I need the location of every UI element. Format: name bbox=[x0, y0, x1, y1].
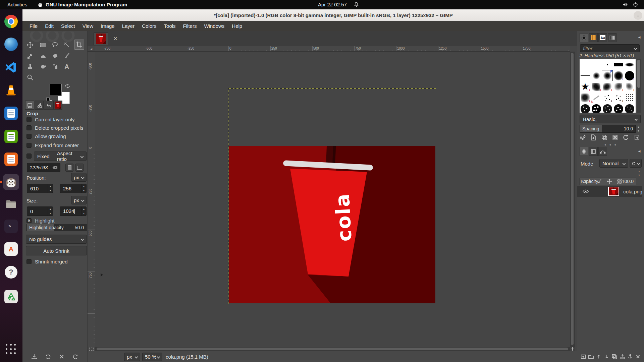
fixed-mode-dropdown[interactable]: Fixed Aspect ratio bbox=[34, 152, 87, 161]
dock-app-vscode[interactable] bbox=[3, 59, 19, 75]
duplicate-brush-icon[interactable] bbox=[601, 134, 608, 141]
power-icon[interactable] bbox=[633, 2, 638, 7]
menu-item[interactable]: Colors bbox=[138, 21, 160, 31]
gimp-titlebar[interactable]: *[cola] (imported)-1.0 (RGB color 8-bit … bbox=[22, 9, 644, 21]
brush-block[interactable] bbox=[613, 59, 624, 70]
raise-layer-icon[interactable] bbox=[596, 354, 602, 360]
highlight-option[interactable]: ✕ Highlight bbox=[26, 218, 54, 224]
menu-item[interactable]: View bbox=[79, 21, 97, 31]
vertical-scrollbar[interactable] bbox=[570, 52, 575, 347]
new-brush-icon[interactable] bbox=[590, 134, 597, 141]
checkbox[interactable] bbox=[26, 259, 32, 264]
option-expand-from-center[interactable]: Expand from center bbox=[26, 142, 79, 148]
checkbox[interactable] bbox=[26, 143, 32, 148]
save-tool-preset-icon[interactable] bbox=[31, 353, 38, 360]
brush-ellipse[interactable] bbox=[624, 59, 635, 70]
delete-brush-icon[interactable] bbox=[612, 134, 619, 141]
bucket-fill-tool[interactable] bbox=[50, 51, 60, 61]
brush-texture-3[interactable] bbox=[602, 103, 613, 113]
tab-image-thumbnail[interactable] bbox=[53, 101, 62, 110]
layer-mode-dropdown[interactable]: Normal bbox=[599, 159, 628, 168]
refresh-brushes-icon[interactable] bbox=[623, 134, 629, 141]
delete-layer-icon[interactable] bbox=[635, 354, 641, 360]
dock-app-files[interactable] bbox=[3, 196, 19, 212]
scrollbar-thumb[interactable] bbox=[97, 348, 568, 350]
clone-tool[interactable] bbox=[25, 62, 35, 72]
tab-brushes[interactable] bbox=[580, 33, 588, 42]
position-y-input[interactable]: 256 ▲▼ bbox=[60, 184, 87, 193]
brush-chalk-3[interactable]: + bbox=[613, 81, 624, 92]
brush-texture-4[interactable] bbox=[613, 103, 624, 113]
anchor-layer-icon[interactable] bbox=[627, 354, 633, 360]
gradient-tool[interactable] bbox=[38, 51, 48, 61]
transform-tool[interactable] bbox=[25, 51, 35, 61]
brush-dots-grid[interactable] bbox=[624, 92, 635, 103]
quick-mask-toggle[interactable] bbox=[89, 348, 94, 351]
text-tool[interactable]: A bbox=[62, 62, 72, 72]
tab-fonts[interactable]: Aa bbox=[598, 33, 607, 42]
landscape-orientation-button[interactable] bbox=[75, 164, 84, 172]
opacity-spinner[interactable]: ▲▼ bbox=[637, 170, 641, 177]
new-layer-icon[interactable] bbox=[580, 354, 586, 360]
notification-bell-icon[interactable] bbox=[354, 2, 359, 7]
menu-item[interactable]: Image bbox=[97, 21, 118, 31]
checkbox[interactable] bbox=[26, 134, 32, 139]
brush-group-dropdown[interactable]: Basic, bbox=[580, 115, 641, 123]
swap-colors-icon[interactable] bbox=[64, 83, 71, 90]
duplicate-layer-icon[interactable] bbox=[611, 354, 618, 360]
brush-hardness-050-selected[interactable]: ◤ bbox=[602, 70, 613, 81]
image-tab-cola[interactable] bbox=[94, 33, 108, 45]
lock-position-icon[interactable] bbox=[607, 179, 612, 184]
option-allow-growing[interactable]: Allow growing bbox=[26, 133, 66, 139]
vertical-ruler[interactable]: -500-2500250500750 bbox=[88, 52, 95, 347]
horizontal-ruler[interactable]: -750-500-25002505007501000125015001750 bbox=[95, 46, 570, 52]
new-group-icon[interactable] bbox=[588, 354, 594, 360]
move-tool[interactable] bbox=[25, 40, 35, 50]
brush-hardness-100[interactable]: + bbox=[624, 70, 635, 81]
canvas-viewport[interactable]: cola bbox=[95, 52, 570, 347]
brush-star[interactable]: ★+ bbox=[580, 81, 591, 92]
dock-app-grid[interactable] bbox=[3, 341, 19, 357]
brush-hardness-small[interactable] bbox=[591, 70, 602, 81]
lower-layer-icon[interactable] bbox=[604, 354, 610, 360]
option-current-layer-only[interactable]: Current layer only bbox=[26, 117, 74, 122]
scrollbar-thumb[interactable] bbox=[571, 53, 574, 345]
lock-alpha-icon[interactable] bbox=[617, 179, 622, 184]
open-brush-icon[interactable] bbox=[634, 134, 640, 141]
dock-app-libreoffice-impress[interactable] bbox=[3, 151, 19, 167]
restore-tool-preset-icon[interactable] bbox=[45, 353, 51, 360]
brush-grid-scrollbar[interactable] bbox=[637, 59, 641, 113]
close-image-tab-icon[interactable]: ✕ bbox=[112, 35, 119, 42]
dock-app-ubuntu-software[interactable]: A bbox=[3, 241, 19, 257]
spacing-slider[interactable]: Spacing 10.0 bbox=[580, 125, 636, 133]
spinner[interactable]: ▲▼ bbox=[81, 207, 86, 216]
brush-dot-tiny[interactable] bbox=[602, 59, 613, 70]
menu-item[interactable]: Filters bbox=[179, 21, 201, 31]
shrink-merged-option[interactable]: Shrink merged bbox=[26, 259, 68, 264]
reset-tool-options-icon[interactable] bbox=[72, 353, 79, 360]
statusbar-zoom-dropdown[interactable]: 50 % bbox=[142, 353, 162, 361]
menu-item[interactable]: Select bbox=[57, 21, 79, 31]
menu-item[interactable]: Help bbox=[228, 21, 246, 31]
size-width-input[interactable]: 0 ▲▼ bbox=[27, 206, 53, 216]
tab-channels[interactable] bbox=[589, 147, 598, 156]
edit-brush-icon[interactable] bbox=[579, 134, 586, 141]
highlight-opacity-slider[interactable]: Highlight opacity 50.0 bbox=[26, 224, 87, 231]
fixed-checkbox[interactable] bbox=[26, 154, 32, 159]
menu-item[interactable]: File bbox=[26, 21, 41, 31]
zoom-tool[interactable] bbox=[25, 72, 35, 82]
brush-grunge[interactable]: + bbox=[580, 92, 591, 103]
size-unit-dropdown[interactable]: px bbox=[71, 196, 87, 204]
merge-down-icon[interactable] bbox=[620, 354, 626, 360]
layer-mode-reset-button[interactable] bbox=[630, 159, 642, 168]
dock-app-gimp[interactable] bbox=[3, 174, 19, 190]
dock-app-libreoffice-calc[interactable] bbox=[3, 128, 19, 144]
minimize-button[interactable]: – bbox=[634, 11, 642, 20]
dock-app-chrome[interactable] bbox=[3, 13, 19, 29]
dock-app-vlc[interactable] bbox=[3, 82, 19, 98]
fuzzy-select-tool[interactable] bbox=[62, 40, 72, 50]
scrollbar-thumb[interactable] bbox=[637, 60, 640, 88]
smudge-tool[interactable] bbox=[38, 62, 48, 72]
paintbrush-tool[interactable] bbox=[62, 51, 72, 61]
rectangle-select-tool[interactable] bbox=[38, 40, 48, 50]
